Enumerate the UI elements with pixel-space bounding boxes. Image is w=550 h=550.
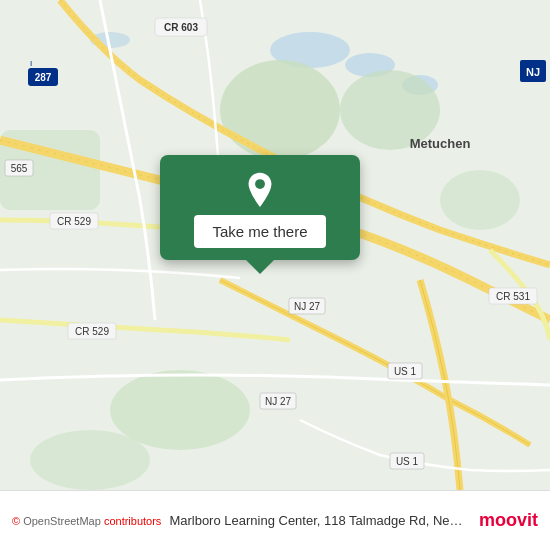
location-pin-icon bbox=[242, 171, 278, 207]
svg-text:CR 529: CR 529 bbox=[57, 216, 91, 227]
svg-text:CR 529: CR 529 bbox=[75, 326, 109, 337]
svg-text:NJ: NJ bbox=[526, 66, 540, 78]
svg-text:US 1: US 1 bbox=[394, 366, 417, 377]
svg-text:CR 603: CR 603 bbox=[164, 22, 198, 33]
take-me-there-button[interactable]: Take me there bbox=[194, 215, 325, 248]
svg-point-5 bbox=[220, 60, 340, 160]
address-label: Marlboro Learning Center, 118 Talmadge R… bbox=[169, 513, 471, 528]
svg-text:CR 531: CR 531 bbox=[496, 291, 530, 302]
svg-point-35 bbox=[255, 179, 265, 189]
osm-attribution: © OpenStreetMap contributors bbox=[12, 515, 161, 527]
svg-text:NJ 27: NJ 27 bbox=[294, 301, 321, 312]
moovit-text: moovit bbox=[479, 510, 538, 531]
bottom-bar: © OpenStreetMap contributors Marlboro Le… bbox=[0, 490, 550, 550]
svg-text:287: 287 bbox=[35, 72, 52, 83]
svg-point-8 bbox=[110, 370, 250, 450]
svg-text:I: I bbox=[30, 59, 32, 68]
svg-text:NJ 27: NJ 27 bbox=[265, 396, 292, 407]
svg-point-9 bbox=[30, 430, 150, 490]
svg-point-10 bbox=[440, 170, 520, 230]
map-container: CR 603 287 I 565 CR 529 CR 529 NJ 27 NJ … bbox=[0, 0, 550, 490]
popup-card: Take me there bbox=[160, 155, 360, 260]
moovit-logo: moovit bbox=[479, 510, 538, 531]
svg-text:565: 565 bbox=[11, 163, 28, 174]
svg-text:US 1: US 1 bbox=[396, 456, 419, 467]
svg-text:Metuchen: Metuchen bbox=[410, 136, 471, 151]
